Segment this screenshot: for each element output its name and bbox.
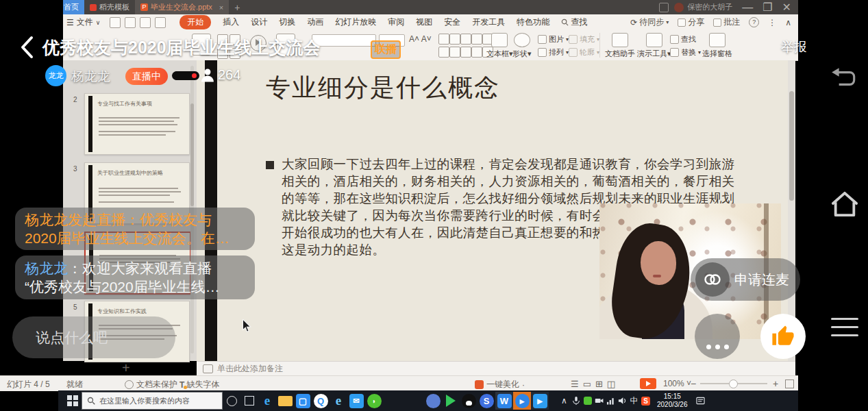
undo-icon[interactable] (140, 17, 151, 28)
zoom-slider[interactable] (700, 383, 767, 384)
home-button[interactable] (829, 190, 860, 218)
share-button[interactable]: 分享 (678, 16, 704, 28)
account-name[interactable]: 保密的大胡子 (687, 2, 732, 12)
restore-button[interactable]: ❐ (762, 1, 772, 14)
tray-network-icon[interactable] (605, 392, 617, 410)
view-mode-buttons[interactable]: ☰▭⊞◫ (571, 379, 619, 389)
indent-more-icon[interactable] (471, 34, 482, 45)
arrange-button[interactable]: 排列▾ (538, 46, 569, 59)
fullscreen-icon[interactable] (785, 379, 794, 388)
ribbon-tab-design[interactable]: 设计 (251, 16, 267, 28)
print-icon[interactable] (125, 17, 136, 28)
taskbar-quark[interactable]: Q (312, 392, 330, 410)
zoom-slider-knob[interactable] (729, 379, 738, 388)
mic-request-button[interactable]: 申请连麦 (691, 258, 800, 301)
find-button[interactable]: 查找 (670, 33, 701, 46)
ribbon-tab-review[interactable]: 审阅 (388, 16, 404, 28)
font-family-combo[interactable] (312, 34, 376, 47)
chat-username[interactable]: 杨龙龙 (25, 260, 68, 276)
add-slide-button[interactable]: + (122, 360, 130, 376)
picture-button[interactable]: 图片▾ (538, 33, 569, 46)
new-tab-button[interactable]: + (229, 0, 245, 14)
selection-pane-button[interactable]: 选择窗格 (702, 33, 732, 59)
slideshow-play-button[interactable] (640, 378, 656, 389)
notes-bar[interactable]: 单击此处添加备注 (197, 361, 795, 375)
redo-icon[interactable] (155, 17, 166, 28)
account-avatar[interactable] (674, 3, 684, 12)
ribbon-tab-home[interactable]: 开始 (179, 15, 211, 29)
outline-button[interactable]: 轮廓▾ (569, 46, 599, 59)
menu-button[interactable] (831, 318, 858, 336)
justify-icon[interactable] (471, 47, 482, 58)
shape-button[interactable]: 形状▾ (512, 33, 532, 59)
tray-camera-icon[interactable] (593, 392, 605, 410)
start-button[interactable] (64, 392, 82, 410)
taskbar-edge[interactable]: e (258, 392, 276, 410)
cortana-button[interactable] (223, 392, 240, 410)
taskbar-video2-active[interactable]: ▶ (531, 392, 549, 410)
numbering-icon[interactable] (449, 34, 460, 45)
fill-button[interactable]: 填充▾ (569, 33, 599, 46)
ribbon-tab-devtools[interactable]: 开发工具 (472, 16, 505, 28)
taskbar-video-app[interactable] (442, 392, 460, 410)
more-options-icon[interactable]: ⋮ (768, 18, 776, 27)
textbox-button[interactable]: 文本框▾ (486, 33, 513, 59)
present-tools-button[interactable]: 演示工具▾ (637, 33, 671, 59)
taskbar-ie[interactable]: e (330, 392, 347, 410)
taskbar-clock[interactable]: 15:152020/3/26 (657, 393, 688, 409)
taskbar-app[interactable] (424, 392, 442, 410)
beautify-button[interactable]: 一键美化· (475, 379, 525, 390)
streamer-avatar[interactable]: 龙龙 (45, 65, 66, 86)
report-button[interactable]: 举报 (781, 38, 807, 56)
taskbar-mail[interactable]: ✉ (347, 392, 365, 410)
apps-grid-icon[interactable] (659, 3, 669, 12)
minimize-button[interactable]: — (742, 1, 753, 14)
taskbar-stream-app-alert[interactable]: ▸ (513, 392, 531, 410)
zoom-level[interactable]: 100% ˅ (663, 379, 691, 388)
ribbon-tab-transition[interactable]: 切换 (279, 16, 295, 28)
more-button[interactable] (695, 314, 740, 359)
tray-sogou-ime-icon[interactable]: S (640, 392, 652, 410)
save-icon[interactable] (110, 17, 121, 28)
ribbon-tab-view[interactable]: 视图 (416, 16, 432, 28)
taskbar-wps-active[interactable]: W (495, 392, 513, 410)
tray-volume-icon[interactable] (617, 392, 628, 410)
task-view-button[interactable] (240, 392, 258, 410)
missing-fonts-indicator[interactable]: T 缺失字体 (179, 379, 219, 390)
tray-expand-icon[interactable]: ∧ (558, 392, 570, 410)
font-grow-shrink[interactable]: A˄ A˅ (409, 34, 432, 44)
zoom-out-button[interactable]: − (691, 378, 696, 389)
ribbon-find[interactable]: 查找 (561, 16, 587, 28)
ribbon-tab-slideshow[interactable]: 幻灯片放映 (335, 16, 376, 28)
rotate-return-icon[interactable] (830, 66, 858, 92)
back-button[interactable] (18, 36, 35, 59)
doc-assistant-button[interactable]: 文档助手 (605, 33, 635, 59)
taskbar-wechat[interactable]: ◗ (365, 392, 383, 410)
slide-thumbnail-2[interactable]: 专业与找工作有关事项 (84, 93, 190, 155)
tray-wechat-icon[interactable] (582, 392, 593, 410)
align-right-icon[interactable] (460, 47, 471, 58)
sync-button[interactable]: ⟳待同步▾ (630, 16, 669, 28)
comment-input[interactable]: 说点什么吧 (12, 316, 175, 358)
taskbar-qq[interactable] (460, 392, 478, 410)
comment-button[interactable]: 批注 (713, 16, 740, 28)
help-icon[interactable]: ? (749, 17, 759, 27)
taskbar-sogou-browser[interactable]: S (478, 392, 495, 410)
taskbar-store[interactable]: ▢ (294, 392, 312, 410)
ribbon-tab-security[interactable]: 安全 (444, 16, 460, 28)
tray-ime-indicator[interactable]: 中 (628, 392, 640, 410)
ribbon-tab-features[interactable]: 特色功能 (517, 16, 549, 28)
tab-docer[interactable]: 稻壳模板 (84, 0, 135, 14)
tab-document[interactable]: P 毕业生交流会.pptx × (135, 0, 229, 14)
like-button[interactable] (760, 314, 806, 359)
file-menu[interactable]: ☰ 文件∨ (66, 16, 100, 28)
tab-close-icon[interactable]: × (219, 3, 223, 12)
bullets-icon[interactable] (438, 34, 449, 45)
align-center-icon[interactable] (449, 47, 460, 58)
indent-less-icon[interactable] (460, 34, 471, 45)
zoom-in-button[interactable]: + (773, 378, 778, 389)
taskbar-explorer[interactable] (276, 392, 294, 410)
align-left-icon[interactable] (438, 47, 449, 58)
ribbon-tab-insert[interactable]: 插入 (223, 16, 239, 28)
ribbon-tab-animation[interactable]: 动画 (307, 16, 323, 28)
